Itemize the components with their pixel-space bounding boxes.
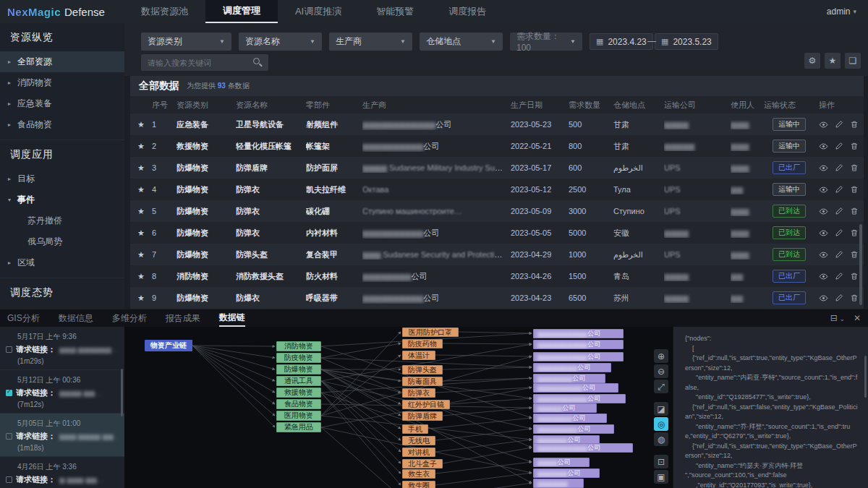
- favorite-button[interactable]: ★: [825, 53, 841, 69]
- sidebar-section-调度应用[interactable]: 调度应用: [0, 140, 124, 168]
- view-icon[interactable]: [819, 228, 828, 238]
- settings-button[interactable]: ⚙: [804, 53, 820, 69]
- filter-dropdown-quantity[interactable]: 需求数量：100▼: [510, 33, 582, 51]
- graph-node-company[interactable]: ▆▆▆▆▆▆▆▆▆▆公司: [533, 394, 626, 403]
- request-item[interactable]: 4月26日 上午 3:36请求链接：▆ ▆▆▆ ▆▆…(1m21s): [0, 457, 124, 488]
- favorite-star-icon[interactable]: ★: [130, 294, 152, 303]
- graph-node-category[interactable]: 紧急用品: [276, 422, 321, 432]
- graph-node-company[interactable]: ▆▆▆▆▆▆▆▆▆▆公司: [533, 329, 624, 338]
- sidebar-section-资源纵览[interactable]: 资源纵览: [0, 23, 124, 51]
- nav-tab-调度报告[interactable]: 调度报告: [431, 0, 503, 23]
- delete-icon[interactable]: [850, 142, 859, 150]
- graph-node-company[interactable]: ▆▆▆▆▆公司: [533, 403, 597, 413]
- filter-dropdown-仓储地点[interactable]: 仓储地点▼: [420, 33, 503, 51]
- graph-node-item[interactable]: 无线电: [402, 436, 435, 445]
- brush-button[interactable]: ◪: [654, 402, 668, 416]
- graph-node-item[interactable]: 医用防护口罩: [402, 328, 459, 337]
- delete-icon[interactable]: [850, 228, 859, 237]
- filter-dropdown-生产商[interactable]: 生产商▼: [329, 33, 412, 51]
- view-icon[interactable]: [819, 272, 828, 281]
- edit-icon[interactable]: [835, 250, 843, 259]
- sidebar-section-调度态势[interactable]: 调度态势: [0, 278, 124, 307]
- graph-node-company[interactable]: ▆▆▆▆公司: [533, 458, 590, 467]
- copy-button[interactable]: ❏: [845, 53, 861, 69]
- graph-node-item[interactable]: 手机: [402, 424, 428, 434]
- delete-icon[interactable]: [850, 163, 859, 172]
- graph-node-category[interactable]: 医用物资: [276, 411, 321, 421]
- close-icon[interactable]: ✕: [854, 313, 861, 323]
- favorite-star-icon[interactable]: ★: [130, 207, 152, 216]
- graph-node-company[interactable]: ▆▆▆▆▆▆▆▆公司: [533, 424, 614, 434]
- edit-icon[interactable]: [835, 272, 843, 281]
- delete-icon[interactable]: [850, 207, 859, 215]
- user-menu[interactable]: admin ▾: [827, 0, 868, 23]
- request-checkbox[interactable]: [6, 390, 12, 396]
- crop-button[interactable]: ⊡: [654, 455, 668, 468]
- filter-dropdown-资源类别[interactable]: 资源类别▼: [141, 33, 231, 51]
- zoom-in-button[interactable]: ⊕: [654, 349, 668, 363]
- table-scrollbar[interactable]: [859, 224, 862, 305]
- globe-button[interactable]: ◍: [654, 432, 668, 446]
- search-input[interactable]: [141, 54, 268, 71]
- request-item[interactable]: 5月12日 上午 00:36请求链接：▆▆▆▆ ▆▆…(7m12s): [0, 370, 124, 414]
- sidebar-item-食品物资[interactable]: ▸食品物资: [0, 114, 124, 135]
- view-icon[interactable]: [819, 207, 828, 216]
- graph-node-company[interactable]: ▆▆▆▆▆▆▆▆公司: [533, 363, 611, 372]
- view-icon[interactable]: [819, 163, 828, 173]
- zoom-out-button[interactable]: ⊖: [654, 364, 668, 378]
- request-checkbox[interactable]: [6, 433, 12, 440]
- favorite-star-icon[interactable]: ★: [130, 250, 152, 260]
- view-icon[interactable]: [819, 250, 828, 260]
- graph-node-item[interactable]: 防弹盾牌: [402, 411, 443, 421]
- graph-node-item[interactable]: 防弹衣: [402, 388, 435, 398]
- graph-node-company[interactable]: ▆▆▆▆▆▆公司: [533, 468, 600, 478]
- graph-node-category[interactable]: 防疫物资: [276, 353, 321, 363]
- locate-button[interactable]: ◎: [654, 417, 668, 431]
- favorite-star-icon[interactable]: ★: [130, 272, 152, 281]
- graph-node-company[interactable]: ▆▆▆▆▆▆▆▆▆▆公司: [533, 352, 624, 361]
- delete-icon[interactable]: [850, 272, 859, 281]
- filter-dropdown-资源名称[interactable]: 资源名称▼: [239, 33, 322, 51]
- request-item[interactable]: 5月05日 上午 01:00请求链接：▆▆▆ ▆▆▆▆ ▆▆…(1m18s): [0, 414, 124, 457]
- graph-node-category[interactable]: 消防物资: [276, 341, 321, 351]
- graph-node-item[interactable]: 防疫药物: [402, 339, 443, 348]
- layout-icon[interactable]: ⊟ ⌄: [830, 313, 845, 323]
- graph-node-company[interactable]: ▆▆▆▆▆▆▆公司: [533, 374, 605, 383]
- nav-tab-智能预警[interactable]: 智能预警: [359, 0, 431, 23]
- graph-node-category[interactable]: 食品物资: [276, 399, 321, 409]
- delete-icon[interactable]: [850, 120, 859, 129]
- sidebar-subitem-俄乌局势[interactable]: 俄乌局势: [0, 231, 124, 252]
- favorite-star-icon[interactable]: ★: [130, 120, 152, 129]
- favorite-star-icon[interactable]: ★: [130, 163, 152, 173]
- nav-tab-调度管理[interactable]: 调度管理: [205, 0, 278, 23]
- graph-node-category[interactable]: 防爆物资: [276, 364, 321, 374]
- request-checkbox[interactable]: [6, 346, 12, 353]
- delete-icon[interactable]: [850, 185, 859, 194]
- edit-icon[interactable]: [835, 207, 843, 215]
- sidebar-item-应急装备[interactable]: ▸应急装备: [0, 93, 124, 114]
- edit-icon[interactable]: [835, 294, 843, 302]
- view-icon[interactable]: [819, 142, 828, 151]
- filter-date-to[interactable]: ▦2023.5.23: [655, 33, 718, 50]
- request-checkbox[interactable]: [6, 476, 12, 483]
- sidebar-item-消防物资[interactable]: ▸消防物资: [0, 72, 124, 93]
- view-icon[interactable]: [819, 294, 828, 303]
- graph-node-category[interactable]: 通讯工具: [276, 376, 321, 386]
- bottom-tab-多维分析[interactable]: 多维分析: [112, 309, 147, 327]
- graph-node-company[interactable]: ▆▆▆▆▆▆▆▆▆▆公司: [533, 443, 633, 453]
- bottom-tab-GIS分析[interactable]: GIS分析: [7, 309, 40, 327]
- sidebar-item-全部资源[interactable]: ▸全部资源: [0, 51, 124, 72]
- view-icon[interactable]: [819, 120, 828, 129]
- request-item[interactable]: 5月17日 上午 9:36请求链接：▆▆▆ ▆▆▆▆▆▆ …(1m29s): [0, 327, 124, 370]
- search-icon[interactable]: [253, 58, 260, 64]
- video-button[interactable]: ▣: [654, 470, 668, 484]
- request-list-scrollbar[interactable]: [121, 369, 123, 416]
- edit-icon[interactable]: [835, 142, 843, 150]
- graph-node-item[interactable]: 防弹头盔: [402, 365, 443, 374]
- sidebar-item-事件[interactable]: ▾事件: [0, 189, 124, 210]
- bottom-tab-数据链[interactable]: 数据链: [219, 309, 245, 327]
- graph-node-item[interactable]: 红外护目镜: [402, 400, 450, 409]
- graph-node-root[interactable]: 物资产业链: [145, 340, 192, 351]
- delete-icon[interactable]: [850, 294, 859, 302]
- graph-node-company[interactable]: ▆▆▆▆▆▆▆▆▆公司: [533, 383, 618, 393]
